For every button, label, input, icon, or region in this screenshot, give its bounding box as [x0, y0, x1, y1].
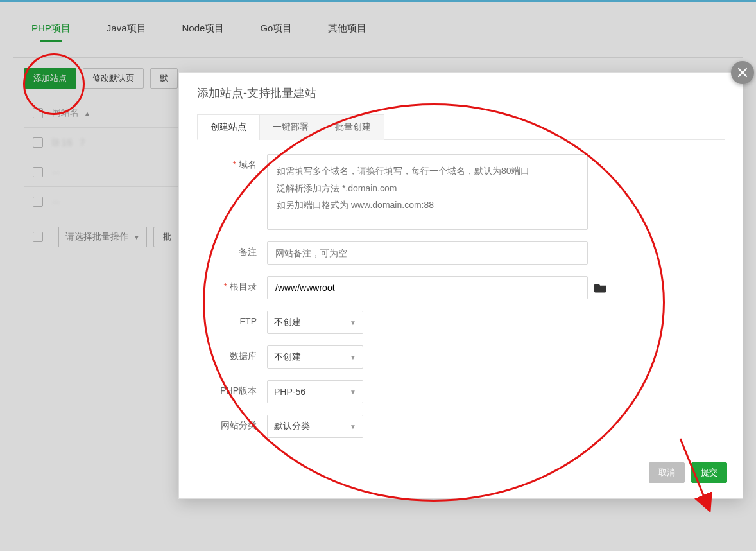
modal-title: 添加站点-支持批量建站: [197, 85, 316, 101]
php-select[interactable]: PHP-56 ▼: [267, 380, 363, 403]
submit-label: 提交: [701, 467, 717, 478]
modal-tab-deploy-label: 一键部署: [273, 121, 309, 132]
cancel-label: 取消: [658, 467, 675, 478]
caret-down-icon: ▼: [350, 319, 356, 326]
category-selected: 默认分类: [274, 421, 310, 432]
folder-icon[interactable]: [594, 282, 607, 293]
remark-label: 备注: [200, 241, 267, 258]
php-selected: PHP-56: [274, 387, 305, 397]
modal-tab-batch[interactable]: 批量创建: [322, 114, 384, 140]
modal-tabs: 创建站点 一键部署 批量创建: [197, 114, 725, 140]
modal-tab-batch-label: 批量创建: [335, 121, 371, 132]
db-label: 数据库: [200, 345, 267, 362]
modal-footer: 取消 提交: [179, 456, 743, 498]
php-label: PHP版本: [200, 380, 267, 397]
cancel-button[interactable]: 取消: [649, 462, 685, 483]
root-label: *根目录: [200, 276, 267, 293]
remark-input[interactable]: [267, 241, 588, 265]
ftp-selected: 不创建: [274, 317, 301, 328]
db-selected: 不创建: [274, 351, 301, 363]
submit-button[interactable]: 提交: [691, 462, 727, 483]
create-site-form: *域名 备注 *根目录 FTP: [179, 140, 743, 456]
domain-input[interactable]: [267, 154, 588, 230]
caret-down-icon: ▼: [350, 423, 356, 430]
modal-tab-create[interactable]: 创建站点: [197, 114, 260, 140]
add-site-modal: 添加站点-支持批量建站 创建站点 一键部署 批量创建 *域名 备注 *根目录: [178, 72, 743, 499]
ftp-label: FTP: [200, 311, 267, 326]
modal-tab-create-label: 创建站点: [210, 121, 246, 132]
ftp-select[interactable]: 不创建 ▼: [267, 311, 363, 334]
modal-header: 添加站点-支持批量建站: [179, 73, 743, 107]
root-input[interactable]: [267, 276, 588, 299]
close-button[interactable]: [731, 61, 754, 84]
caret-down-icon: ▼: [350, 389, 356, 396]
domain-label: *域名: [200, 154, 267, 171]
category-select[interactable]: 默认分类 ▼: [267, 415, 363, 438]
db-select[interactable]: 不创建 ▼: [267, 345, 363, 369]
close-icon: [737, 67, 748, 78]
modal-tab-deploy[interactable]: 一键部署: [259, 114, 322, 140]
caret-down-icon: ▼: [350, 354, 356, 361]
category-label: 网站分类: [200, 415, 267, 432]
